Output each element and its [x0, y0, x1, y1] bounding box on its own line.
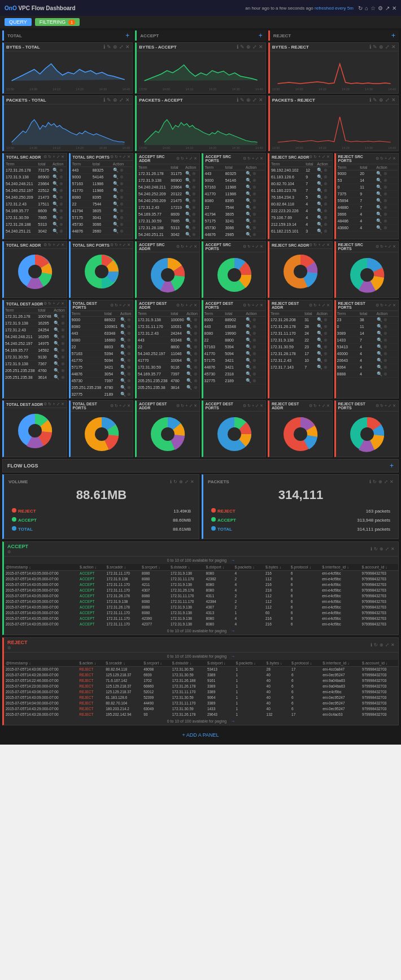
rl-info[interactable]: ℹ [371, 642, 372, 648]
add6[interactable]: + [385, 156, 387, 161]
apie4[interactable]: + [252, 244, 254, 249]
cdt1[interactable]: ⚙ [43, 301, 47, 306]
pkt-expand[interactable]: ⤢ [384, 479, 388, 484]
rpie5[interactable]: ↻ [313, 243, 317, 247]
close-icon[interactable]: ✕ [392, 5, 396, 11]
edp4[interactable]: ⤢ [255, 404, 259, 408]
config-icon6[interactable]: ⊕ [379, 97, 383, 103]
ref5[interactable]: ↻ [313, 155, 317, 159]
rdp5[interactable]: ↻ [313, 404, 317, 408]
xpie2[interactable]: ✕ [127, 243, 130, 247]
expand-icon5[interactable]: ⤢ [252, 97, 257, 103]
apie1[interactable]: + [53, 243, 55, 247]
config-icon2[interactable]: ⊕ [246, 44, 251, 50]
info-icon4[interactable]: ℹ [103, 97, 105, 103]
adt1[interactable]: + [53, 301, 55, 306]
close-panel-icon5[interactable]: ✕ [259, 97, 263, 103]
cfg1[interactable]: ⚙ [43, 155, 47, 159]
edt5[interactable]: ⤢ [322, 303, 325, 308]
rdt1[interactable]: ↻ [48, 301, 51, 306]
rdt5[interactable]: ↻ [313, 303, 317, 308]
al-refresh[interactable]: ↻ [374, 546, 378, 552]
edit-icon3[interactable]: ✎ [373, 44, 377, 50]
al-expand[interactable]: ⤢ [385, 546, 389, 552]
adt2[interactable]: + [119, 303, 121, 308]
cdt4[interactable]: ⚙ [243, 303, 246, 308]
cdp6[interactable]: ⚙ [376, 404, 379, 408]
apie6[interactable]: + [385, 244, 387, 249]
epie6[interactable]: ⤢ [388, 244, 391, 249]
epie3[interactable]: ⤢ [189, 244, 193, 249]
edt2[interactable]: ⤢ [123, 303, 126, 308]
exp1[interactable]: ⤢ [56, 155, 60, 159]
exp3[interactable]: ⤢ [189, 156, 193, 161]
cpie4[interactable]: ⚙ [243, 244, 246, 249]
vol-config[interactable]: ⊕ [179, 479, 183, 484]
cfg6[interactable]: ⚙ [376, 156, 379, 161]
cls2[interactable]: ✕ [127, 155, 130, 159]
edt3[interactable]: ⤢ [189, 303, 193, 308]
cdp1[interactable]: ⚙ [43, 402, 47, 406]
exp6[interactable]: ⤢ [388, 156, 391, 161]
xdp1[interactable]: ✕ [61, 402, 64, 406]
adt3[interactable]: + [185, 303, 188, 308]
add-panel-footer[interactable]: + ADD A PANEL [2, 728, 399, 742]
epie5[interactable]: ⤢ [322, 243, 325, 247]
rdp1[interactable]: ↻ [48, 402, 51, 406]
xdp6[interactable]: ✕ [393, 404, 396, 408]
cfg2[interactable]: ⚙ [110, 155, 114, 159]
edit-icon2[interactable]: ✎ [240, 44, 245, 50]
cpie1[interactable]: ⚙ [43, 243, 47, 247]
edt6[interactable]: ⤢ [388, 303, 391, 308]
accept-log-next-arrow-bottom[interactable]: → [231, 629, 235, 633]
share-icon[interactable]: ↗ [385, 5, 390, 11]
pkt-config[interactable]: ⊕ [378, 479, 382, 484]
info-icon5[interactable]: ℹ [237, 97, 238, 103]
expand-icon2[interactable]: ⤢ [252, 44, 257, 50]
apie5[interactable]: + [318, 243, 320, 247]
exp2[interactable]: ⤢ [123, 155, 126, 159]
rl-close[interactable]: ✕ [391, 642, 395, 648]
cdp5[interactable]: ⚙ [309, 404, 312, 408]
ref4[interactable]: ↻ [247, 156, 251, 161]
edit-icon[interactable]: ✎ [107, 44, 111, 50]
edit-icon5[interactable]: ✎ [240, 97, 245, 103]
ref3[interactable]: ↻ [181, 156, 184, 161]
rdt2[interactable]: ↻ [115, 303, 118, 308]
cdt6[interactable]: ⚙ [376, 303, 379, 308]
al-close[interactable]: ✕ [391, 546, 395, 552]
cfg4[interactable]: ⚙ [243, 156, 246, 161]
xdp4[interactable]: ✕ [260, 404, 263, 408]
rpie1[interactable]: ↻ [48, 243, 51, 247]
rpie6[interactable]: ↻ [380, 244, 383, 249]
xpie5[interactable]: ✕ [326, 243, 330, 247]
al-info[interactable]: ℹ [371, 546, 372, 552]
xdp3[interactable]: ✕ [194, 404, 197, 408]
accept-log-filter-icon[interactable]: ⚙ [7, 550, 11, 554]
rpie4[interactable]: ↻ [247, 244, 251, 249]
expand-icon6[interactable]: ⤢ [385, 97, 390, 103]
ref1[interactable]: ↻ [48, 155, 51, 159]
epie1[interactable]: ⤢ [56, 243, 60, 247]
config-icon[interactable]: ⊕ [113, 44, 117, 50]
reject-log-next-arrow-bottom[interactable]: → [231, 719, 235, 723]
cfg5[interactable]: ⚙ [309, 155, 312, 159]
reject-add-button[interactable]: + [391, 32, 395, 40]
expand-icon3[interactable]: ⤢ [385, 44, 390, 50]
vol-info[interactable]: ℹ [170, 479, 172, 484]
add5[interactable]: + [318, 155, 320, 159]
accept-log-next-arrow[interactable]: → [231, 558, 235, 562]
adp4[interactable]: + [252, 404, 254, 408]
rpie3[interactable]: ↻ [181, 244, 184, 249]
xpie3[interactable]: ✕ [194, 244, 197, 249]
apie2[interactable]: + [119, 243, 121, 247]
cpie6[interactable]: ⚙ [376, 244, 379, 249]
xdt5[interactable]: ✕ [326, 303, 330, 308]
accept-add-button[interactable]: + [259, 32, 263, 40]
flow-logs-add-button[interactable]: + [390, 462, 394, 470]
cls3[interactable]: ✕ [194, 156, 197, 161]
vol-close[interactable]: ✕ [190, 479, 194, 484]
edp2[interactable]: ⤢ [123, 404, 126, 408]
xpie4[interactable]: ✕ [260, 244, 263, 249]
ref2[interactable]: ↻ [115, 155, 118, 159]
